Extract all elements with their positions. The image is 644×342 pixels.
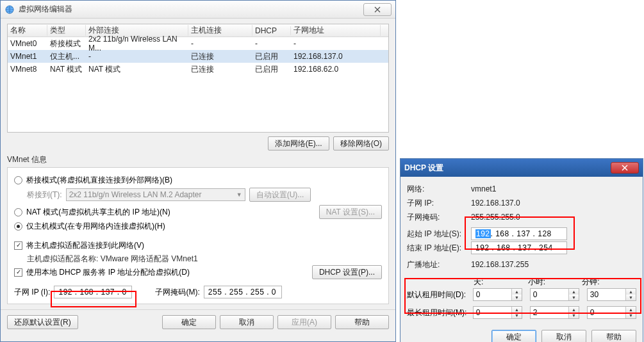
radio-icon: [14, 208, 22, 216]
radio-icon: [14, 222, 22, 231]
cancel-button[interactable]: 取消: [220, 315, 274, 329]
dhcp-settings-button[interactable]: DHCP 设置(P)...: [312, 265, 382, 279]
ok-button[interactable]: 确定: [491, 330, 536, 342]
remove-network-button[interactable]: 移除网络(O): [333, 136, 389, 151]
max-lease-days[interactable]: 0▲▼: [473, 306, 522, 319]
up-arrow-icon[interactable]: ▲: [626, 289, 636, 295]
subnet-ip-value: 192.168.137.0: [471, 199, 520, 208]
vmnet-info-label: VMnet 信息: [7, 154, 389, 165]
bottom-bar: 还原默认设置(R) 确定 取消 应用(A) 帮助: [1, 309, 395, 334]
col-name[interactable]: 名称: [8, 25, 47, 36]
host-adapter-name: 主机虚拟适配器名称: VMware 网络适配器 VMnet1: [27, 252, 382, 265]
down-arrow-icon[interactable]: ▼: [626, 295, 636, 300]
subnet-mask-label: 子网掩码(M):: [155, 287, 199, 298]
checkbox-icon: [14, 268, 22, 277]
net-label: 网络:: [407, 184, 471, 195]
apply-button: 应用(A): [277, 315, 331, 329]
up-arrow-icon[interactable]: ▲: [512, 289, 522, 295]
broadcast-value: 192.168.137.255: [471, 260, 529, 269]
vmnet-info-group: 桥接模式(将虚拟机直接连接到外部网络)(B) 桥接到(T): 2x2 11b/g…: [7, 167, 389, 304]
end-ip-field[interactable]: 192 . 168 . 137 . 254: [471, 241, 567, 254]
check-dhcp[interactable]: 使用本地 DHCP 服务将 IP 地址分配给虚拟机(D) DHCP 设置(P).…: [14, 265, 382, 279]
radio-nat[interactable]: NAT 模式(与虚拟机共享主机的 IP 地址)(N) NAT 设置(S)...: [14, 205, 382, 219]
auto-settings-button: 自动设置(U)...: [249, 188, 311, 202]
app-icon: [4, 4, 15, 15]
add-network-button[interactable]: 添加网络(E)...: [268, 136, 329, 151]
dhcp-settings-window: DHCP 设置 网络:vmnet1 子网 IP:192.168.137.0 子网…: [400, 158, 643, 342]
bridge-to-combo: 2x2 11b/g/n Wireless LAN M.2 Adapter ▼: [66, 188, 245, 201]
window-title: DHCP 设置: [404, 163, 611, 174]
chevron-down-icon: ▼: [236, 191, 242, 198]
table-row[interactable]: VMnet1 仅主机... - 已连接 已启用 192.168.137.0: [8, 50, 388, 63]
up-arrow-icon[interactable]: ▲: [512, 307, 522, 313]
hours-label: 小时:: [528, 277, 582, 288]
down-arrow-icon[interactable]: ▼: [512, 295, 522, 300]
window-title: 虚拟网络编辑器: [19, 4, 361, 15]
close-button[interactable]: [611, 162, 639, 174]
start-ip-label: 起始 IP 地址(S):: [407, 229, 471, 240]
max-lease-mins[interactable]: 0▲▼: [587, 306, 636, 319]
check-host-adapter[interactable]: 将主机虚拟适配器连接到此网络(V): [14, 238, 382, 252]
col-subnet[interactable]: 子网地址: [291, 25, 381, 36]
titlebar[interactable]: DHCP 设置: [400, 159, 643, 177]
network-table: 名称 类型 外部连接 主机连接 DHCP 子网地址 VMnet0 桥接模式 2x…: [7, 24, 389, 133]
radio-host-only[interactable]: 仅主机模式(在专用网络内连接虚拟机)(H): [14, 219, 382, 233]
col-type[interactable]: 类型: [47, 25, 86, 36]
up-arrow-icon[interactable]: ▲: [569, 307, 579, 313]
close-button[interactable]: [363, 3, 392, 16]
restore-defaults-button[interactable]: 还原默认设置(R): [7, 315, 78, 329]
down-arrow-icon[interactable]: ▼: [626, 313, 636, 318]
default-lease-label: 默认租用时间(D):: [407, 289, 473, 300]
subnet-mask-label: 子网掩码:: [407, 212, 471, 223]
table-row[interactable]: VMnet8 NAT 模式 NAT 模式 已连接 已启用 192.168.62.…: [8, 63, 388, 76]
bridge-to-label: 桥接到(T):: [27, 190, 62, 200]
days-label: 天:: [474, 277, 528, 288]
net-value: vmnet1: [471, 184, 496, 193]
help-button[interactable]: 帮助: [591, 330, 636, 342]
end-ip-label: 结束 IP 地址(E):: [407, 243, 471, 254]
radio-icon: [14, 176, 22, 184]
titlebar[interactable]: 虚拟网络编辑器: [1, 1, 395, 19]
radio-bridge[interactable]: 桥接模式(将虚拟机直接连接到外部网络)(B): [14, 173, 382, 187]
max-lease-hours[interactable]: 2▲▼: [530, 306, 579, 319]
down-arrow-icon[interactable]: ▼: [569, 295, 579, 300]
default-lease-mins[interactable]: 30▲▼: [587, 288, 636, 301]
down-arrow-icon[interactable]: ▼: [512, 313, 522, 318]
up-arrow-icon[interactable]: ▲: [569, 289, 579, 295]
subnet-ip-label: 子网 IP:: [407, 198, 471, 209]
subnet-ip-field[interactable]: 192 . 168 . 137 . 0: [54, 286, 132, 298]
broadcast-label: 广播地址:: [407, 259, 471, 270]
col-dhcp[interactable]: DHCP: [252, 26, 291, 35]
start-ip-field[interactable]: 192 . 168 . 137 . 128: [471, 227, 567, 240]
help-button[interactable]: 帮助: [335, 315, 389, 329]
up-arrow-icon[interactable]: ▲: [626, 307, 636, 313]
default-lease-hours[interactable]: 0▲▼: [530, 288, 579, 301]
window-body: 名称 类型 外部连接 主机连接 DHCP 子网地址 VMnet0 桥接模式 2x…: [1, 19, 395, 309]
mins-label: 分钟:: [582, 277, 636, 288]
subnet-mask-value: 255.255.255.0: [471, 213, 520, 222]
table-buttons: 添加网络(E)... 移除网络(O): [7, 136, 389, 151]
down-arrow-icon[interactable]: ▼: [569, 313, 579, 318]
col-host[interactable]: 主机连接: [188, 25, 252, 36]
table-row[interactable]: VMnet0 桥接模式 2x2 11b/g/n Wireless LAN M..…: [8, 37, 388, 50]
virtual-network-editor-window: 虚拟网络编辑器 名称 类型 外部连接 主机连接 DHCP 子网地址 VMnet0…: [0, 0, 396, 342]
cancel-button[interactable]: 取消: [541, 330, 586, 342]
lease-time-headers: 天: 小时: 分钟:: [474, 277, 636, 288]
max-lease-label: 最长租用时间(M):: [407, 307, 473, 318]
checkbox-icon: [14, 241, 22, 250]
ok-button[interactable]: 确定: [162, 315, 216, 329]
default-lease-days[interactable]: 0▲▼: [473, 288, 522, 301]
table-header-row: 名称 类型 外部连接 主机连接 DHCP 子网地址: [8, 24, 388, 37]
subnet-mask-field[interactable]: 255 . 255 . 255 . 0: [204, 286, 282, 298]
subnet-ip-label: 子网 IP (I):: [14, 287, 50, 298]
nat-settings-button: NAT 设置(S)...: [319, 205, 382, 219]
